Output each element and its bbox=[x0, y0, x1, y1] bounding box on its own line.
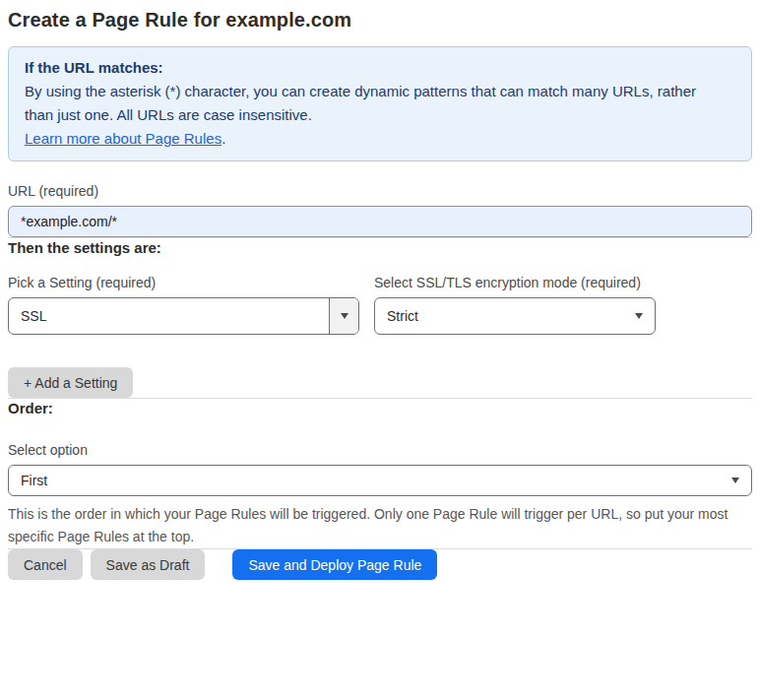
url-input[interactable] bbox=[8, 206, 752, 237]
learn-more-link[interactable]: Learn more about Page Rules bbox=[25, 130, 222, 147]
url-field-label: URL (required) bbox=[8, 183, 752, 200]
ssl-mode-select[interactable]: Strict bbox=[374, 297, 656, 335]
order-select[interactable]: First bbox=[8, 465, 752, 496]
setting-select[interactable]: SSL bbox=[8, 297, 359, 335]
create-page-rule-form: Create a Page Rule for example.com If th… bbox=[0, 0, 760, 594]
settings-row: Pick a Setting (required) SSL Select SSL… bbox=[8, 275, 752, 335]
url-match-info-box: If the URL matches: By using the asteris… bbox=[8, 46, 752, 161]
settings-heading: Then the settings are: bbox=[8, 238, 752, 257]
caret-down-icon bbox=[731, 477, 739, 483]
add-setting-button[interactable]: + Add a Setting bbox=[8, 367, 133, 398]
order-select-label: Select option bbox=[8, 442, 752, 459]
setting-select-value: SSL bbox=[21, 308, 46, 324]
save-draft-button[interactable]: Save as Draft bbox=[91, 549, 206, 580]
save-deploy-button[interactable]: Save and Deploy Page Rule bbox=[232, 549, 437, 580]
mode-select-value: Strict bbox=[387, 308, 418, 324]
setting-select-group: Pick a Setting (required) SSL bbox=[8, 275, 359, 335]
order-help-text: This is the order in which your Page Rul… bbox=[8, 503, 748, 548]
info-box-body: By using the asterisk (*) character, you… bbox=[25, 80, 714, 127]
action-buttons-row: Cancel Save as Draft Save and Deploy Pag… bbox=[8, 549, 752, 580]
caret-down-icon bbox=[341, 313, 348, 319]
info-box-heading: If the URL matches: bbox=[25, 57, 735, 79]
mode-select-group: Select SSL/TLS encryption mode (required… bbox=[374, 275, 656, 335]
info-link-line: Learn more about Page Rules. bbox=[25, 127, 735, 150]
caret-down-icon bbox=[635, 313, 643, 319]
setting-select-label: Pick a Setting (required) bbox=[8, 275, 359, 291]
page-title: Create a Page Rule for example.com bbox=[8, 8, 752, 32]
link-suffix: . bbox=[222, 130, 225, 147]
setting-select-arrow-segment[interactable] bbox=[329, 298, 358, 334]
order-heading: Order: bbox=[8, 399, 752, 417]
mode-select-label: Select SSL/TLS encryption mode (required… bbox=[374, 275, 656, 291]
cancel-button[interactable]: Cancel bbox=[8, 549, 83, 580]
order-select-value: First bbox=[21, 473, 47, 488]
